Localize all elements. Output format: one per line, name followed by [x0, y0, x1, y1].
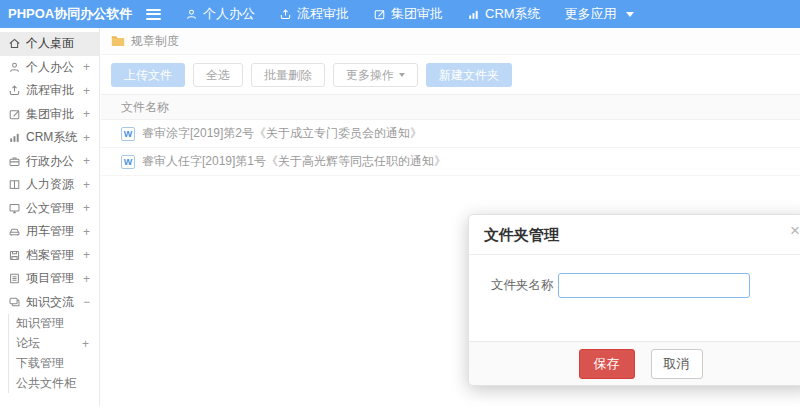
- upload-icon: [279, 8, 292, 21]
- knowledge-exchange-submenu: 知识管理 论坛 + 下载管理 公共文件柜: [8, 314, 99, 393]
- sidebar-item-admin-office[interactable]: 行政办公 +: [0, 150, 99, 174]
- file-row[interactable]: W 睿审人任字[2019]第1号《关于高光辉等同志任职的通知》: [101, 148, 800, 176]
- nav-label: 流程审批: [297, 5, 349, 23]
- folder-name-input[interactable]: [558, 273, 750, 298]
- expand-plus[interactable]: +: [81, 154, 90, 168]
- user-icon: [185, 8, 198, 21]
- sidebar-item-vehicle-management[interactable]: 用车管理 +: [0, 220, 99, 244]
- briefcase-icon: [8, 155, 21, 168]
- expand-plus[interactable]: +: [81, 201, 90, 215]
- batch-delete-button[interactable]: 批量删除: [251, 63, 325, 87]
- menu-toggle-icon[interactable]: [146, 9, 161, 20]
- sidebar-item-document-management[interactable]: 公文管理 +: [0, 197, 99, 221]
- folder-icon: [111, 35, 125, 47]
- expand-plus[interactable]: +: [81, 225, 90, 239]
- close-icon[interactable]: ×: [790, 222, 800, 239]
- toolbar: 上传文件 全选 批量删除 更多操作 新建文件夹: [101, 55, 800, 94]
- expand-plus[interactable]: +: [81, 84, 90, 98]
- nav-more-apps[interactable]: 更多应用: [565, 5, 634, 23]
- chart-icon: [8, 131, 21, 144]
- sidebar-subitem-forum[interactable]: 论坛 +: [9, 334, 99, 354]
- save-button[interactable]: 保存: [579, 349, 635, 379]
- sidebar-item-human-resources[interactable]: 人力资源 +: [0, 173, 99, 197]
- sidebar-subitem-knowledge-management[interactable]: 知识管理: [9, 314, 99, 334]
- nav-label: 集团审批: [391, 5, 443, 23]
- sidebar-item-workflow-approval[interactable]: 流程审批 +: [0, 79, 99, 103]
- expand-plus[interactable]: +: [81, 131, 90, 145]
- breadcrumb-label: 规章制度: [131, 33, 179, 50]
- nav-crm-system[interactable]: CRM系统: [467, 5, 541, 23]
- sidebar-item-personal-office[interactable]: 个人办公 +: [0, 56, 99, 80]
- nav-label: 更多应用: [565, 5, 617, 23]
- expand-plus[interactable]: +: [81, 178, 90, 192]
- edit-icon: [373, 8, 386, 21]
- nav-group-approval[interactable]: 集团审批: [373, 5, 443, 23]
- expand-plus[interactable]: +: [81, 60, 90, 74]
- sidebar-item-project-management[interactable]: 项目管理 +: [0, 267, 99, 291]
- expand-plus[interactable]: +: [81, 248, 90, 262]
- chart-icon: [467, 8, 480, 21]
- expand-plus[interactable]: +: [81, 107, 90, 121]
- cancel-button[interactable]: 取消: [651, 349, 703, 379]
- sidebar-item-crm-system[interactable]: CRM系统 +: [0, 126, 99, 150]
- file-row[interactable]: W 睿审涂字[2019]第2号《关于成立专门委员会的通知》: [101, 120, 800, 148]
- disk-icon: [8, 249, 21, 262]
- folder-management-dialog: 文件夹管理 × 文件夹名称 保存 取消: [468, 214, 800, 386]
- file-name[interactable]: 睿审人任字[2019]第1号《关于高光辉等同志任职的通知》: [142, 153, 446, 170]
- user-icon: [8, 61, 21, 74]
- caret-down-icon: [399, 73, 405, 77]
- nav-label: CRM系统: [485, 5, 541, 23]
- book-icon: [8, 178, 21, 191]
- sidebar-item-personal-desktop[interactable]: 个人桌面: [0, 32, 99, 56]
- clipboard-icon: [8, 272, 21, 285]
- upload-icon: [8, 84, 21, 97]
- nav-label: 个人办公: [203, 5, 255, 23]
- select-all-button[interactable]: 全选: [193, 63, 243, 87]
- new-folder-button[interactable]: 新建文件夹: [426, 63, 512, 87]
- dialog-body: 文件夹名称: [469, 255, 800, 298]
- car-icon: [8, 225, 21, 238]
- file-name[interactable]: 睿审涂字[2019]第2号《关于成立专门委员会的通知》: [142, 125, 422, 142]
- sidebar-item-knowledge-exchange[interactable]: 知识交流 −: [0, 291, 99, 315]
- home-icon: [8, 37, 21, 50]
- folder-name-label: 文件夹名称: [491, 277, 554, 294]
- expand-plus[interactable]: +: [81, 272, 90, 286]
- more-actions-button[interactable]: 更多操作: [333, 63, 418, 87]
- sidebar-subitem-public-file-cabinet[interactable]: 公共文件柜: [9, 373, 99, 393]
- file-table-header: 文件名称: [101, 94, 800, 120]
- nav-personal-office[interactable]: 个人办公: [185, 5, 255, 23]
- chat-icon: [8, 296, 21, 309]
- sidebar-subitem-download-management[interactable]: 下载管理: [9, 354, 99, 374]
- sidebar: 个人桌面 个人办公 + 流程审批 + 集团审批 + CRM系统 + 行政办公: [0, 28, 100, 406]
- app-logo: PHPOA协同办公软件: [0, 5, 136, 23]
- word-doc-icon: W: [121, 127, 135, 141]
- sidebar-item-archive-management[interactable]: 档案管理 +: [0, 244, 99, 268]
- dialog-footer: 保存 取消: [469, 341, 800, 385]
- nav-workflow-approval[interactable]: 流程审批: [279, 5, 349, 23]
- breadcrumb: 规章制度: [101, 28, 800, 55]
- expand-plus[interactable]: +: [80, 337, 89, 351]
- monitor-icon: [8, 202, 21, 215]
- word-doc-icon: W: [121, 155, 135, 169]
- caret-down-icon: [626, 12, 634, 17]
- sidebar-item-group-approval[interactable]: 集团审批 +: [0, 103, 99, 127]
- dialog-title: 文件夹管理: [469, 215, 800, 255]
- edit-icon: [8, 108, 21, 121]
- top-bar: PHPOA协同办公软件 个人办公 流程审批 集团审批 CRM系统 更多应用: [0, 0, 800, 28]
- collapse-minus[interactable]: −: [81, 295, 90, 309]
- upload-file-button[interactable]: 上传文件: [111, 63, 185, 87]
